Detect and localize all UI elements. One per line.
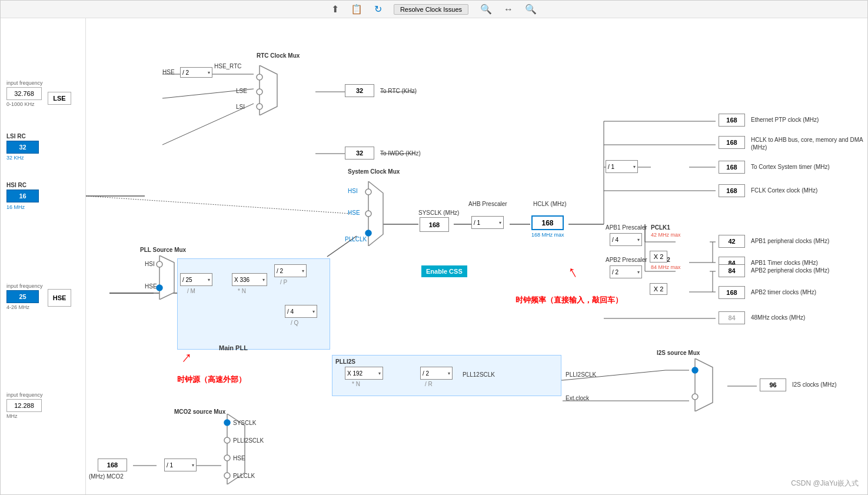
chevron-down-plli2s-r-icon: ▾	[448, 371, 450, 376]
enable-css-btn[interactable]: Enable CSS	[421, 265, 467, 277]
svg-point-58	[692, 394, 698, 400]
i2s-label: I2S clocks (MHz)	[792, 381, 837, 388]
svg-point-51	[365, 211, 371, 217]
ext-unit-label: MHz	[6, 413, 43, 419]
eth-ptp-val: 168	[719, 114, 745, 127]
svg-point-62	[224, 455, 230, 461]
div-q[interactable]: / 4 ▾	[285, 305, 317, 318]
svg-point-52	[365, 230, 371, 236]
lse-freq-label: input frequency	[6, 80, 43, 86]
hclk-val-box[interactable]: 168	[531, 215, 564, 230]
toolbar-icon-4[interactable]: 🔍	[480, 4, 492, 15]
lse-input-freq: input frequency 0-1000 KHz	[6, 80, 43, 107]
ahb-div[interactable]: / 1 ▾	[471, 216, 504, 229]
toolbar-icon-3[interactable]: ↻	[374, 4, 382, 15]
plli2s-r-label: / R	[425, 381, 433, 387]
hclk-ahb-label: HCLK to AHB bus, core, memory and DMA (M…	[751, 136, 867, 151]
pclk1-label: PCLK1	[651, 224, 670, 231]
apb1-div[interactable]: / 4 ▾	[610, 233, 642, 246]
toolbar-icon-1[interactable]: ⬆	[331, 4, 339, 15]
to-iwdg-label: To IWDG (KHz)	[380, 150, 421, 157]
plli2s-r[interactable]: / 2 ▾	[420, 367, 453, 380]
div-m[interactable]: / 25 ▾	[180, 273, 212, 286]
mul-n[interactable]: X 336 ▾	[232, 273, 267, 286]
rtc-clock-mux-label: RTC Clock Mux	[257, 52, 300, 59]
mco2-pllclk: PLLCLK	[233, 473, 255, 479]
svg-point-60	[224, 420, 230, 426]
mco2-unit: (MHz) MCO2	[89, 473, 124, 480]
pclk2-max: 84 MHz max	[651, 264, 681, 270]
chevron-down-n-icon: ▾	[262, 277, 265, 283]
mco2-div[interactable]: / 1 ▾	[164, 459, 197, 471]
svg-marker-56	[695, 358, 713, 411]
clock-freq-text: 时钟频率（直接输入，敲回车）	[516, 295, 623, 305]
chevron-down-q-icon: ▾	[312, 309, 315, 314]
clock-source-text: 时钟源（高速外部）	[177, 374, 246, 385]
mhz48-val: 84	[719, 311, 745, 324]
m-label: / M	[187, 288, 195, 294]
lse-mux-label: LSE	[236, 88, 247, 94]
ext-freq-label: input frequency	[6, 392, 43, 398]
cortex-val: 168	[719, 161, 745, 174]
i2s-mux-svg	[689, 358, 719, 411]
content-area: input frequency 0-1000 KHz LSE LSI RC 32…	[1, 18, 867, 494]
svg-point-47	[257, 89, 262, 95]
svg-point-61	[224, 437, 230, 443]
toolbar-icon-5[interactable]: ↔	[504, 4, 513, 15]
pll2sclk-label2: PLLI2SCLK	[566, 371, 596, 378]
resolve-clock-btn[interactable]: Resolve Clock Issues	[394, 4, 468, 15]
red-arrow-1: ↑	[178, 347, 196, 367]
hse-value-block: 25	[6, 290, 39, 303]
i2s-source-label: I2S source Mux	[657, 350, 700, 356]
hclk-label: HCLK (MHz)	[533, 201, 567, 207]
svg-overlay	[86, 18, 867, 494]
apb2-timer-label: APB2 timer clocks (MHz)	[751, 289, 816, 295]
mco2-sysclk: SYSCLK	[233, 420, 256, 426]
hclk-ahb-val: 168	[719, 136, 745, 149]
apb2-div[interactable]: / 2 ▾	[610, 265, 642, 278]
svg-point-46	[257, 74, 262, 80]
lsi-mux-label: LSI	[236, 104, 245, 110]
sysclk-val-box: 168	[420, 217, 449, 232]
hse-rtc-div[interactable]: / 2 ▾	[180, 67, 212, 78]
rtc-val-box: 32	[345, 84, 374, 97]
chevron-down-mco2-icon: ▾	[192, 463, 194, 468]
cortex-div[interactable]: / 1 ▾	[606, 160, 638, 173]
hse-freq-label: input frequency	[6, 283, 43, 289]
chevron-down-plli2s-n-icon: ▾	[378, 371, 381, 376]
pll2sclk-label: PLL12SCLK	[463, 371, 495, 378]
apb1-x2: X 2	[650, 251, 667, 263]
hse-rtc-label: HSE_RTC	[214, 63, 242, 69]
sysclk-label: SYSCLK (MHz)	[418, 210, 459, 216]
iwdg-val-box: 32	[345, 147, 374, 160]
mco2-source-label: MCO2 source Mux	[174, 408, 225, 415]
left-panel: input frequency 0-1000 KHz LSE LSI RC 32…	[1, 18, 86, 494]
ext-freq-value[interactable]	[6, 399, 42, 412]
ext-clock-label: Ext.clock	[566, 395, 589, 401]
svg-point-57	[692, 367, 698, 373]
p-label: / P	[280, 279, 287, 285]
hse-input-freq: input frequency 25 4-26 MHz	[6, 283, 43, 310]
lsi-rc-label: LSI RC	[6, 133, 26, 139]
pll-source-label: PLL Source Mux	[140, 247, 186, 253]
q-label: / Q	[291, 320, 298, 326]
n-label: * N	[238, 288, 246, 294]
apb2-x2: X 2	[650, 283, 667, 295]
main-container: ⬆ 📋 ↻ Resolve Clock Issues 🔍 ↔ 🔍 input f…	[0, 0, 868, 495]
toolbar-icon-2[interactable]: 📋	[351, 4, 363, 15]
lse-freq-value[interactable]	[6, 87, 42, 100]
to-rtc-label: To RTC (KHz)	[380, 88, 417, 94]
apb1-label: APB1 Prescaler	[606, 224, 647, 231]
div-p[interactable]: / 2 ▾	[274, 264, 307, 277]
fclk-val: 168	[719, 184, 745, 197]
apb1-per-label: APB1 peripheral clocks (MHz)	[751, 238, 829, 244]
plli2s-label: PLLI2S	[335, 358, 355, 365]
eth-ptp-label: Ethernet PTP clock (MHz)	[751, 117, 819, 123]
pll-region: Main PLL	[177, 258, 330, 350]
toolbar-icon-6[interactable]: 🔍	[525, 4, 537, 15]
hsi-block: 16	[6, 190, 39, 202]
mco2-hse: HSE	[233, 455, 245, 461]
mco2-plli2sclk: PLLI2SCLK	[233, 437, 264, 444]
plli2s-n[interactable]: X 192 ▾	[345, 367, 383, 380]
rtc-mux-svg	[251, 65, 286, 115]
